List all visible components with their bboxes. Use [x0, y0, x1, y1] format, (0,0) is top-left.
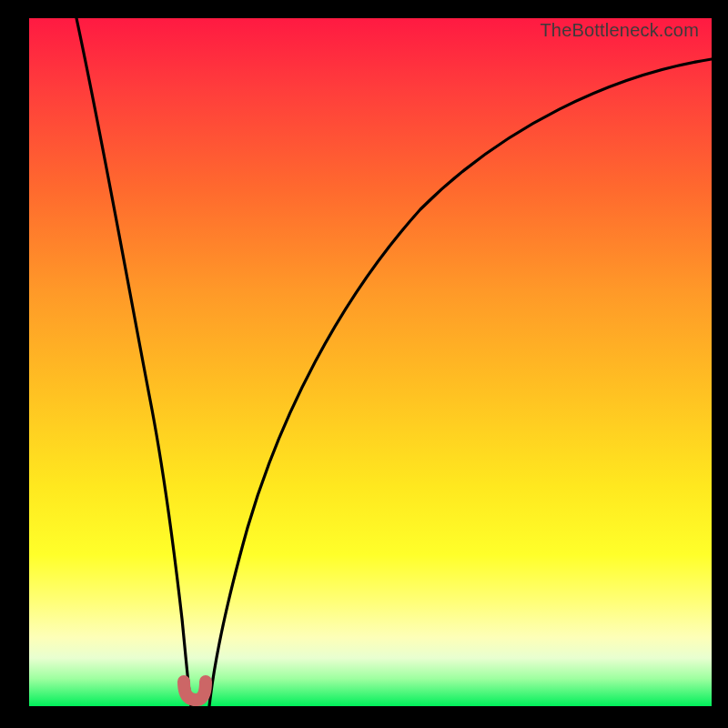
curve-right	[209, 59, 712, 706]
curve-left	[76, 18, 191, 706]
watermark-text: TheBottleneck.com	[540, 20, 699, 41]
bottom-u-marker	[184, 682, 206, 700]
chart-plot-area: TheBottleneck.com	[29, 18, 712, 706]
chart-svg	[29, 18, 712, 706]
